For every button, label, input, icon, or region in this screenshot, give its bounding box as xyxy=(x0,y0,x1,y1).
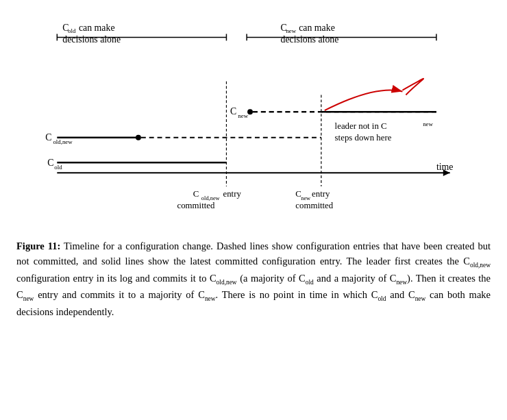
c-old-line-label: C xyxy=(47,158,53,168)
c-new-alone-text1: can make xyxy=(299,23,335,33)
c-oldnew-committed-label-2: entry xyxy=(223,189,242,199)
leader-note-1: leader not in C xyxy=(335,121,387,131)
c-new-committed-label-2: entry xyxy=(312,189,330,199)
c-oldnew-line-label: C xyxy=(45,132,51,143)
c-old-alone-text2: decisions alone xyxy=(62,34,121,45)
c-new-line-label: C xyxy=(230,106,236,116)
c-new-committed-label-3: committed xyxy=(295,201,334,210)
figure-caption: Figure 11: Timeline for a configuration … xyxy=(16,238,491,319)
c-oldnew-committed-label-3: committed xyxy=(177,201,216,210)
c-oldnew-committed-label-1: C xyxy=(193,189,199,199)
leader-note-sub: new xyxy=(423,121,433,127)
diagram: C old can make decisions alone C new can… xyxy=(16,12,491,232)
c-oldnew-line-sub: old,new xyxy=(53,138,73,145)
c-old-alone-text1: can make xyxy=(79,23,115,33)
c-old-line-sub: old xyxy=(54,164,62,171)
c-new-line-sub: new xyxy=(238,112,248,119)
time-label: time xyxy=(436,162,454,172)
c-old-alone-sub: old xyxy=(68,27,76,34)
figure-label: Figure 11: xyxy=(16,240,60,251)
c-new-alone-sub: new xyxy=(286,27,296,34)
leader-note-2: steps down here xyxy=(335,133,392,143)
svg-point-14 xyxy=(247,109,253,114)
c-new-alone-text2: decisions alone xyxy=(281,34,339,45)
